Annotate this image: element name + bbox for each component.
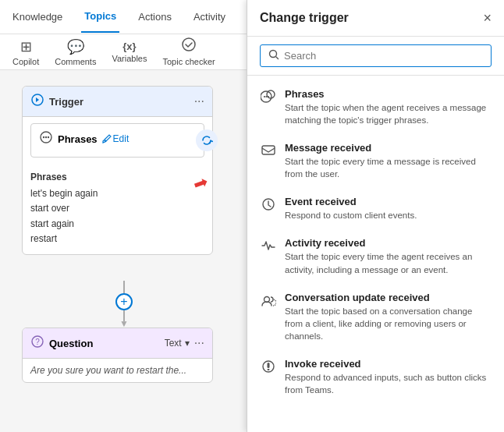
- trigger-opt-content-1: Message received Start the topic every t…: [285, 142, 492, 180]
- trigger-opt-title-3: Activity received: [285, 237, 492, 249]
- phrases-section-label: Phrases: [30, 170, 204, 185]
- variables-icon: {x}: [122, 41, 136, 52]
- search-box: [260, 44, 492, 67]
- question-node: ? Question Text ▾ ··· Are you sure you w…: [22, 328, 213, 383]
- question-node-title: Question: [49, 338, 93, 349]
- copilot-icon: ⊞: [20, 38, 32, 55]
- modal-close-button[interactable]: ×: [483, 11, 492, 25]
- trigger-option-3[interactable]: Activity received Start the topic every …: [247, 229, 504, 283]
- trigger-option-1[interactable]: Message received Start the topic every t…: [247, 134, 504, 188]
- phrases-content: Phrases let's begin again start over sta…: [23, 164, 212, 254]
- change-trigger-modal: Change trigger × Phrases Start the topic…: [247, 0, 504, 432]
- trigger-header: Trigger ···: [23, 87, 212, 117]
- search-icon: [268, 49, 279, 62]
- question-header: ? Question Text ▾ ···: [23, 328, 212, 359]
- toolbar-topic-checker[interactable]: Topic checker: [162, 37, 215, 66]
- trigger-node-icon: [30, 93, 44, 110]
- search-input[interactable]: [284, 50, 483, 62]
- svg-point-7: [270, 51, 277, 58]
- question-type-badge[interactable]: Text ▾: [165, 338, 190, 349]
- add-node-button[interactable]: +: [115, 293, 133, 310]
- trigger-opt-content-5: Invoke received Respond to advanced inpu…: [285, 358, 492, 396]
- svg-rect-13: [262, 146, 275, 154]
- nav-topics[interactable]: Topics: [81, 1, 119, 33]
- trigger-opt-content-2: Event received Respond to custom client …: [285, 196, 417, 221]
- trigger-opt-content-3: Activity received Start the topic every …: [285, 237, 492, 275]
- toolbar-variables-label: Variables: [112, 54, 147, 63]
- svg-point-2: [43, 136, 44, 138]
- trigger-opt-content-0: Phrases Start the topic when the agent r…: [285, 88, 492, 126]
- toolbar-variables[interactable]: {x} Variables: [112, 41, 147, 63]
- trigger-opt-desc-2: Respond to custom client events.: [285, 209, 417, 221]
- phrases-text: let's begin again start over start again…: [30, 186, 204, 246]
- trigger-node-title: Trigger: [49, 96, 83, 108]
- question-node-icon: ?: [30, 335, 44, 352]
- trigger-node: Trigger ··· Phrases Edit: [22, 86, 213, 255]
- trigger-opt-icon-2: [260, 197, 277, 216]
- question-body: Are you sure you want to restart the...: [23, 359, 212, 382]
- trigger-option-2[interactable]: Event received Respond to custom client …: [247, 188, 504, 229]
- trigger-opt-content-4: Conversation update received Start the t…: [285, 292, 492, 342]
- trigger-option-0[interactable]: Phrases Start the topic when the agent r…: [247, 80, 504, 134]
- svg-rect-18: [268, 369, 270, 370]
- trigger-opt-title-1: Message received: [285, 142, 492, 154]
- modal-title: Change trigger: [260, 11, 349, 25]
- trigger-opt-desc-1: Start the topic every time a message is …: [285, 155, 492, 180]
- toolbar-copilot[interactable]: ⊞ Copilot: [12, 38, 39, 66]
- modal-search-area: [247, 37, 504, 76]
- refresh-trigger-button[interactable]: [196, 129, 218, 151]
- svg-point-4: [48, 136, 49, 138]
- trigger-opt-title-0: Phrases: [285, 88, 492, 100]
- nav-activity[interactable]: Activity: [190, 2, 229, 32]
- comments-icon: 💬: [67, 38, 84, 55]
- phrases-card-title: Phrases: [58, 133, 98, 145]
- toolbar-copilot-label: Copilot: [12, 57, 39, 66]
- question-menu-button[interactable]: ···: [194, 336, 204, 350]
- toolbar-comments[interactable]: 💬 Comments: [55, 38, 96, 66]
- trigger-opt-title-5: Invoke received: [285, 358, 492, 370]
- svg-point-3: [45, 136, 47, 138]
- connector: + ▼: [115, 281, 133, 329]
- connector-line-top: [123, 281, 125, 293]
- phrases-edit-link[interactable]: Edit: [102, 133, 130, 144]
- trigger-header-left: Trigger: [30, 93, 83, 110]
- nav-actions[interactable]: Actions: [135, 2, 175, 32]
- toolbar-comments-label: Comments: [55, 57, 96, 66]
- trigger-menu-button[interactable]: ···: [194, 94, 204, 108]
- trigger-opt-icon-1: [260, 143, 277, 162]
- modal-header: Change trigger ×: [247, 0, 504, 37]
- phrases-card-header: Phrases Edit: [39, 130, 196, 147]
- phrases-card-icon: [39, 130, 53, 147]
- chevron-down-icon: ▾: [185, 338, 190, 349]
- trigger-opt-desc-4: Start the topic based on a conversation …: [285, 305, 492, 342]
- topic-checker-icon: [182, 37, 196, 55]
- trigger-opt-icon-4: [260, 292, 277, 312]
- nav-knowledge[interactable]: Knowledge: [9, 2, 66, 32]
- trigger-opt-title-4: Conversation update received: [285, 292, 492, 303]
- trigger-opt-desc-3: Start the topic every time the agent rec…: [285, 250, 492, 275]
- svg-point-0: [183, 38, 195, 51]
- trigger-option-5[interactable]: Invoke received Respond to advanced inpu…: [247, 350, 504, 404]
- svg-point-9: [264, 96, 265, 97]
- trigger-opt-title-2: Event received: [285, 196, 417, 207]
- canvas: Trigger ··· Phrases Edit: [0, 70, 247, 432]
- svg-text:?: ?: [35, 338, 40, 346]
- trigger-option-4[interactable]: Conversation update received Start the t…: [247, 284, 504, 350]
- trigger-opt-desc-0: Start the topic when the agent receives …: [285, 101, 492, 126]
- trigger-opt-desc-5: Respond to advanced inputs, such as butt…: [285, 371, 492, 396]
- trigger-opt-icon-0: [260, 89, 277, 108]
- toolbar-topic-checker-label: Topic checker: [162, 57, 215, 66]
- phrases-card: Phrases Edit: [30, 123, 204, 158]
- question-header-left: ? Question: [30, 335, 93, 352]
- svg-rect-17: [268, 363, 270, 368]
- trigger-options-list: Phrases Start the topic when the agent r…: [247, 76, 504, 432]
- trigger-opt-icon-5: [260, 359, 277, 378]
- trigger-opt-icon-3: [260, 238, 277, 257]
